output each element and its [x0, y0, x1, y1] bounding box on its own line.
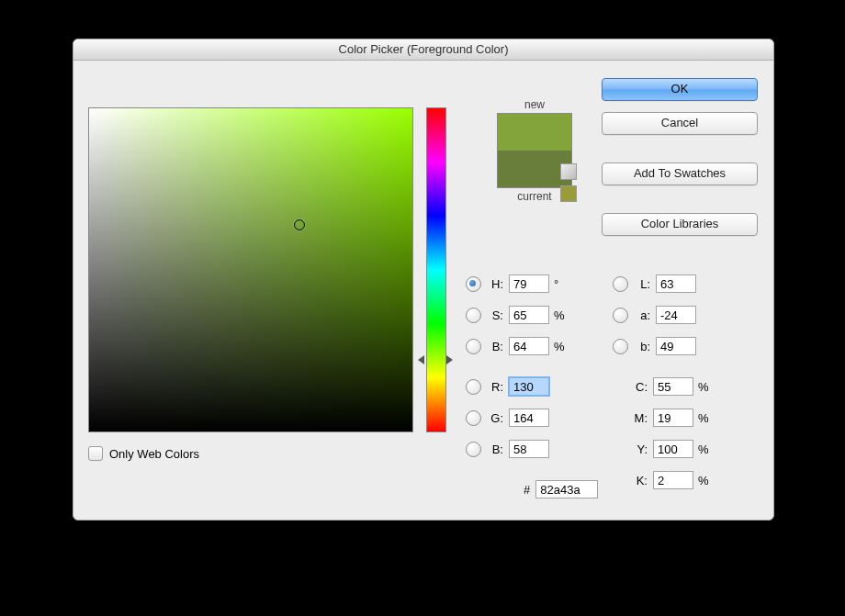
- label-l: L:: [634, 277, 650, 291]
- input-rgb-b[interactable]: [509, 440, 549, 458]
- button-column: OK Cancel Add To Swatches Color Librarie…: [602, 78, 758, 247]
- preview-mini-icons: [560, 163, 579, 207]
- dialog-content: new current OK Cancel Add To Swatches Co…: [73, 61, 773, 88]
- ok-button[interactable]: OK: [602, 78, 758, 101]
- input-k[interactable]: [653, 471, 693, 489]
- only-web-colors-checkbox[interactable]: [88, 446, 103, 461]
- only-web-colors-row: Only Web Colors: [88, 446, 199, 461]
- hue-slider[interactable]: [426, 107, 445, 431]
- label-k: K:: [631, 474, 648, 487]
- unit-c: %: [698, 380, 711, 394]
- saturation-brightness-field[interactable]: [88, 107, 413, 432]
- label-h: H:: [487, 277, 503, 291]
- radio-s[interactable]: [466, 308, 481, 323]
- row-rgb-b: B:: [466, 437, 567, 461]
- unit-m: %: [698, 411, 711, 425]
- label-a: a:: [634, 308, 650, 322]
- sb-cursor[interactable]: [294, 219, 305, 230]
- row-m: M: %: [631, 406, 711, 430]
- color-libraries-button[interactable]: Color Libraries: [602, 213, 758, 236]
- radio-lab-b[interactable]: [613, 339, 628, 354]
- unit-hsb-b: %: [554, 340, 567, 353]
- label-r: R:: [487, 380, 503, 394]
- input-r[interactable]: [509, 377, 549, 396]
- input-a[interactable]: [656, 306, 696, 324]
- label-lab-b: b:: [634, 340, 650, 353]
- hue-arrow-left-icon: [418, 355, 424, 364]
- row-g: G:: [466, 406, 567, 430]
- input-hex[interactable]: [535, 480, 598, 498]
- row-c: C: %: [631, 375, 711, 398]
- radio-rgb-b[interactable]: [466, 442, 481, 457]
- add-to-swatches-button[interactable]: Add To Swatches: [602, 162, 758, 185]
- only-web-colors-label: Only Web Colors: [109, 447, 199, 461]
- unit-y: %: [698, 442, 711, 456]
- label-g: G:: [487, 411, 503, 425]
- row-hsb-b: B: %: [466, 334, 567, 358]
- row-k: K: %: [631, 468, 711, 492]
- hue-gradient: [426, 107, 446, 432]
- input-s[interactable]: [509, 306, 549, 324]
- preview-current-label: current: [466, 190, 603, 203]
- unit-s: %: [554, 308, 567, 322]
- input-c[interactable]: [653, 377, 693, 396]
- gamut-warning-icon[interactable]: [560, 163, 577, 180]
- input-y[interactable]: [653, 440, 693, 458]
- label-hex: #: [524, 483, 530, 497]
- color-picker-dialog: Color Picker (Foreground Color) new curr…: [73, 39, 774, 521]
- dialog-title: Color Picker (Foreground Color): [339, 42, 509, 56]
- web-safe-swatch-icon[interactable]: [560, 185, 577, 202]
- row-l: L:: [613, 272, 696, 296]
- preview-new-label: new: [466, 98, 603, 111]
- row-h: H: °: [466, 272, 567, 296]
- row-y: Y: %: [631, 437, 711, 461]
- hue-arrow-right-icon: [446, 355, 453, 364]
- cancel-button[interactable]: Cancel: [602, 112, 758, 135]
- label-m: M:: [631, 411, 648, 425]
- label-c: C:: [631, 380, 648, 394]
- unit-k: %: [698, 474, 711, 487]
- radio-l[interactable]: [613, 276, 628, 292]
- unit-h: °: [554, 277, 567, 291]
- label-rgb-b: B:: [487, 442, 503, 456]
- input-lab-b[interactable]: [656, 337, 696, 355]
- row-lab-b: b:: [613, 334, 696, 358]
- input-l[interactable]: [656, 274, 696, 293]
- row-s: S: %: [466, 303, 567, 327]
- label-y: Y:: [631, 442, 648, 456]
- label-hsb-b: B:: [487, 340, 503, 353]
- sb-black-gradient: [89, 108, 412, 431]
- label-s: S:: [487, 308, 503, 322]
- radio-g[interactable]: [466, 410, 481, 426]
- titlebar: Color Picker (Foreground Color): [73, 39, 773, 61]
- input-m[interactable]: [653, 409, 693, 427]
- color-preview: new current: [466, 98, 603, 203]
- row-hex: #: [466, 477, 598, 501]
- input-g[interactable]: [509, 409, 549, 427]
- row-r: R:: [466, 375, 567, 398]
- input-h[interactable]: [509, 274, 549, 293]
- radio-r[interactable]: [466, 379, 481, 395]
- row-a: a:: [613, 303, 696, 327]
- input-hsb-b[interactable]: [509, 337, 549, 355]
- radio-hsb-b[interactable]: [466, 339, 481, 354]
- radio-a[interactable]: [613, 308, 628, 323]
- preview-new-swatch[interactable]: [498, 114, 571, 151]
- sb-base: [89, 108, 412, 431]
- radio-h[interactable]: [466, 276, 481, 292]
